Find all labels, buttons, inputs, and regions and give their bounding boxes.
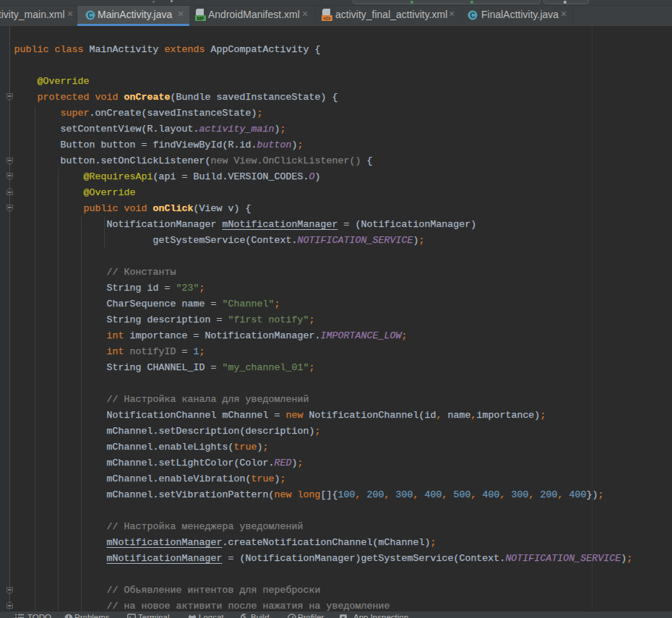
svg-text:C: C <box>470 12 475 20</box>
svg-text:MF: MF <box>197 16 204 21</box>
svg-text:</>: </> <box>323 16 330 21</box>
svg-text:C: C <box>87 12 92 20</box>
